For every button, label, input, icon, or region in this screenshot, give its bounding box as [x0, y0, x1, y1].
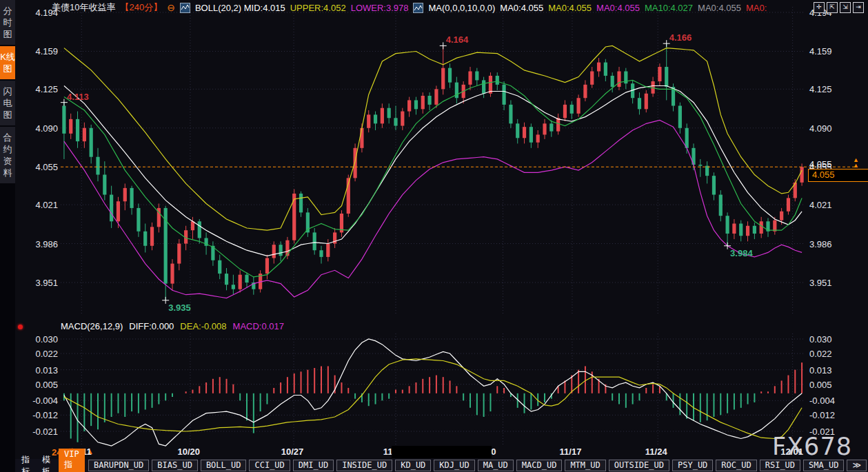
macd-tick-right: -0.004 — [809, 396, 835, 406]
ma-values: MA0:4.055MA0:4.055MA0:4.055MA10:4.027MA0… — [500, 3, 771, 13]
chart-window: 分时图K线图闪电图合约资料 美债10年收益率 【240分】 ⊖ BOLL(20,… — [0, 0, 868, 472]
window-icon-0[interactable]: ✛ — [814, 2, 825, 13]
price-tick-right: 3.951 — [809, 278, 832, 288]
tab-macd_ud[interactable]: MACD_UD — [516, 460, 563, 471]
macd-tick-right: 0.022 — [809, 349, 832, 359]
sidebar-tab-3[interactable]: 合约资料 — [0, 127, 15, 185]
macd-params: MACD(26,12,9) — [61, 321, 123, 331]
macd-dea-value: DEA:-0.008 — [180, 321, 226, 331]
tab-mtm_ud[interactable]: MTM_UD — [565, 460, 605, 471]
window-icon-3[interactable]: ⇥ — [853, 2, 864, 13]
watermark: FX678 — [772, 433, 852, 460]
price-tick-right: 3.986 — [809, 239, 832, 249]
date-tick-4: 0 — [491, 447, 496, 457]
date-axis: 240分 ▲ 10/1110/2010/2711011/1711/2412/01 — [0, 446, 868, 459]
ma-value-3: MA10:4.027 — [645, 3, 693, 13]
price-tick-left: 4.055 — [18, 162, 58, 172]
macd-macd-value: MACD:0.017 — [233, 321, 284, 331]
macd-tick-left: -0.021 — [18, 427, 58, 437]
ma-value-5: MA0: — [746, 3, 767, 13]
price-tick-left: 3.986 — [18, 239, 58, 249]
price-tick-left: 4.021 — [18, 200, 58, 210]
ma-value-0: MA0:4.055 — [500, 3, 543, 13]
tab-rsi_ud[interactable]: RSI_UD — [760, 460, 800, 471]
macd-header: MACD(26,12,9) DIFF:0.000 DEA:-0.008 MACD… — [61, 321, 284, 331]
indicator-tabbar: 指标模板VIP指标BARUPDN_UDBIAS_UDBOLL_UDCCI_UDD… — [15, 459, 868, 472]
current-price-axis-label: 4.055 — [809, 159, 832, 170]
macd-tick-left: -0.012 — [18, 410, 58, 420]
boll-mid-value: MID:4.015 — [244, 3, 285, 13]
price-annotation-0: 4.113 — [67, 92, 89, 102]
ma-value-4: MA0:4.055 — [698, 3, 741, 13]
date-tick-6: 11/24 — [645, 447, 667, 457]
sidebar-tab-1[interactable]: K线图 — [0, 46, 15, 81]
tab-dmi_ud[interactable]: DMI_UD — [293, 460, 334, 471]
window-controls: ✛⇱⇲⇥ — [814, 2, 864, 13]
indicator-settings-icon[interactable] — [16, 322, 25, 331]
price-tick-left: 4.125 — [18, 84, 58, 94]
collapse-icon[interactable]: ⊖ — [167, 2, 175, 13]
price-tick-right: 4.090 — [809, 123, 832, 134]
ma-label: MA(0,0,0,10,0,0) — [428, 3, 495, 13]
tab-outside_ud[interactable]: OUTSIDE_UD — [609, 460, 669, 471]
tab-VIP指标[interactable]: VIP指标 — [59, 449, 85, 472]
tab-psy_ud[interactable]: PSY_UD — [672, 460, 713, 471]
price-annotation-4: 3.984 — [730, 248, 753, 258]
period-badge[interactable]: 【240分】 — [120, 1, 162, 14]
tab-roc_ud[interactable]: ROC_UD — [716, 460, 756, 471]
date-tick-2: 10/27 — [281, 447, 304, 457]
macd-tick-left: 0.022 — [18, 349, 58, 359]
tab-sma_ud[interactable]: SMA_UD — [803, 460, 844, 471]
macd-tick-right: -0.012 — [809, 410, 835, 420]
price-tick-left: 4.159 — [18, 46, 58, 57]
ma-value-2: MA0:4.055 — [596, 3, 640, 13]
ma-value-1: MA0:4.055 — [548, 3, 592, 13]
boll-lower-value: LOWER:3.978 — [351, 3, 409, 13]
tab-ma_ud[interactable]: MA_UD — [478, 460, 514, 471]
chart-title: 美债10年收益率 — [52, 1, 115, 14]
macd-tick-left: 0.013 — [18, 365, 58, 376]
price-tick-left: 3.951 — [18, 278, 58, 288]
price-macd-plot[interactable] — [0, 0, 868, 472]
price-annotation-3: 4.166 — [669, 32, 692, 43]
tab-boll_ud[interactable]: BOLL_UD — [201, 460, 247, 471]
macd-tick-left: 0.005 — [18, 380, 58, 390]
date-tick-5: 11/17 — [560, 447, 582, 457]
boll-upper-value: UPPER:4.052 — [290, 3, 346, 13]
boll-indicator-icon[interactable] — [180, 3, 190, 13]
price-tick-left: 4.090 — [18, 123, 58, 134]
current-price-box: 4.055 — [808, 169, 868, 182]
macd-tick-right: 0.030 — [809, 334, 832, 345]
window-icon-2[interactable]: ⇲ — [840, 2, 851, 13]
tab-kdj_ud[interactable]: KDJ_UD — [434, 460, 474, 471]
price-tick-right: 4.159 — [809, 46, 832, 57]
macd-tick-right: 0.005 — [809, 380, 832, 390]
tab-指标[interactable]: 指标 — [15, 454, 36, 472]
date-tick-1: 10/20 — [178, 447, 201, 457]
price-tick-right: 4.125 — [809, 84, 832, 94]
tab-kd_ud[interactable]: KD_UD — [395, 460, 431, 471]
macd-tick-left: -0.004 — [18, 396, 58, 406]
tab-more[interactable]: ≫ — [847, 460, 867, 471]
sidebar-tab-0[interactable]: 分时图 — [0, 0, 15, 46]
tab-bias_ud[interactable]: BIAS_UD — [152, 460, 198, 471]
tab-模板[interactable]: 模板 — [36, 454, 57, 472]
boll-label: BOLL(20,2) MID:4.015 — [195, 3, 285, 13]
sidebar-tab-2[interactable]: 闪电图 — [0, 81, 15, 127]
window-icon-1[interactable]: ⇱ — [827, 2, 838, 13]
date-axis-overlay-box — [392, 446, 492, 458]
scroll-latest-icon[interactable]: ▲▲ — [853, 157, 859, 168]
price-annotation-2: 4.164 — [446, 34, 469, 45]
tab-cci_ud[interactable]: CCI_UD — [249, 460, 290, 471]
price-annotation-1: 3.935 — [168, 302, 191, 313]
ma-indicator-icon[interactable] — [413, 3, 423, 13]
price-tick-right: 4.021 — [809, 200, 832, 210]
tab-inside_ud[interactable]: INSIDE_UD — [336, 460, 392, 471]
sidebar: 分时图K线图闪电图合约资料 — [0, 0, 15, 472]
macd-diff-value: DIFF:0.000 — [129, 321, 174, 331]
chart-header: 美债10年收益率 【240分】 ⊖ BOLL(20,2) MID:4.015 U… — [52, 1, 771, 14]
macd-tick-right: 0.013 — [809, 365, 832, 376]
tab-barupdn_ud[interactable]: BARUPDN_UD — [88, 460, 149, 471]
macd-tick-left: 0.030 — [18, 334, 58, 345]
